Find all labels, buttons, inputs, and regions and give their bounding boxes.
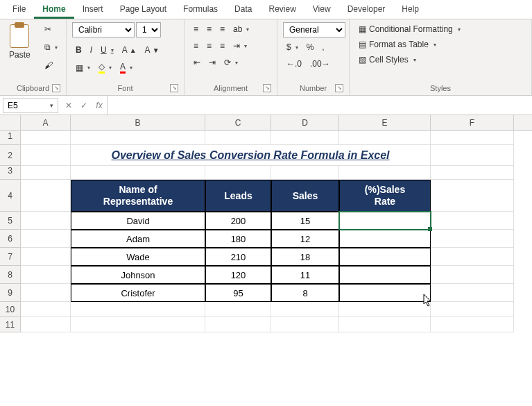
cell-f10[interactable] bbox=[431, 302, 514, 317]
cell-e5-selected[interactable] bbox=[339, 212, 431, 230]
enter-formula-button[interactable]: ✓ bbox=[76, 101, 92, 110]
cell-c10[interactable] bbox=[205, 302, 271, 317]
cell-e11[interactable] bbox=[339, 317, 431, 332]
row-header-9[interactable]: 9 bbox=[0, 284, 21, 302]
cell-d3[interactable] bbox=[271, 166, 339, 180]
cell-d1[interactable] bbox=[271, 131, 339, 145]
cell-b7[interactable]: Wade bbox=[71, 248, 205, 266]
tab-home[interactable]: Home bbox=[34, 0, 74, 19]
cell-d8[interactable]: 11 bbox=[271, 266, 339, 284]
formula-input[interactable] bbox=[107, 96, 532, 115]
cell-a5[interactable] bbox=[21, 212, 71, 230]
cell-c5[interactable]: 200 bbox=[205, 212, 271, 230]
row-header-4[interactable]: 4 bbox=[0, 180, 21, 212]
paste-button[interactable]: Paste bbox=[6, 22, 34, 64]
col-header-e[interactable]: E bbox=[339, 115, 431, 130]
font-size-select[interactable]: 11 bbox=[136, 22, 161, 37]
cell-a2[interactable] bbox=[21, 145, 71, 166]
cell-f3[interactable] bbox=[431, 166, 514, 180]
wrap-text-button[interactable]: ab bbox=[230, 22, 252, 36]
name-box[interactable]: E5 bbox=[3, 98, 58, 113]
cell-c8[interactable]: 120 bbox=[205, 266, 271, 284]
cell-styles-button[interactable]: ▧Cell Styles bbox=[355, 53, 420, 67]
cell-f1[interactable] bbox=[431, 131, 514, 145]
decrease-font-button[interactable]: A▼ bbox=[141, 43, 163, 57]
cell-a8[interactable] bbox=[21, 266, 71, 284]
cell-e7[interactable] bbox=[339, 248, 431, 266]
cell-f8[interactable] bbox=[431, 266, 514, 284]
cell-b8[interactable]: Johnson bbox=[71, 266, 205, 284]
col-header-b[interactable]: B bbox=[71, 115, 205, 130]
cell-a6[interactable] bbox=[21, 230, 71, 248]
cell-e1[interactable] bbox=[339, 131, 431, 145]
col-header-c[interactable]: C bbox=[205, 115, 271, 130]
row-header-1[interactable]: 1 bbox=[0, 131, 21, 145]
copy-button[interactable]: ⧉ bbox=[41, 40, 61, 54]
number-format-select[interactable]: General bbox=[283, 22, 345, 37]
cell-f6[interactable] bbox=[431, 230, 514, 248]
decrease-decimal-button[interactable]: .00→ bbox=[307, 57, 334, 71]
tab-review[interactable]: Review bbox=[260, 0, 304, 19]
cell-a1[interactable] bbox=[21, 131, 71, 145]
cell-f5[interactable] bbox=[431, 212, 514, 230]
cell-f7[interactable] bbox=[431, 248, 514, 266]
underline-button[interactable]: U bbox=[97, 43, 117, 57]
tab-file[interactable]: File bbox=[4, 0, 34, 19]
tab-developer[interactable]: Developer bbox=[339, 0, 394, 19]
cell-d10[interactable] bbox=[271, 302, 339, 317]
tab-formulas[interactable]: Formulas bbox=[175, 0, 226, 19]
worksheet-grid[interactable]: A B C D E F 1 2 Overview of Sales Conver… bbox=[0, 115, 532, 332]
cell-b11[interactable] bbox=[71, 317, 205, 332]
cell-d7[interactable]: 18 bbox=[271, 248, 339, 266]
align-left-button[interactable]: ≡ bbox=[190, 39, 202, 53]
cancel-formula-button[interactable]: ✕ bbox=[61, 101, 76, 110]
cell-c1[interactable] bbox=[205, 131, 271, 145]
row-header-10[interactable]: 10 bbox=[0, 302, 21, 317]
header-leads[interactable]: Leads bbox=[205, 180, 271, 212]
cell-d9[interactable]: 8 bbox=[271, 284, 339, 302]
cell-e3[interactable] bbox=[339, 166, 431, 180]
cell-a4[interactable] bbox=[21, 180, 71, 212]
increase-font-button[interactable]: A▲ bbox=[119, 43, 140, 57]
align-right-button[interactable]: ≡ bbox=[216, 39, 228, 53]
format-as-table-button[interactable]: ▤Format as Table bbox=[355, 37, 440, 51]
cell-e10[interactable] bbox=[339, 302, 431, 317]
align-center-button[interactable]: ≡ bbox=[203, 39, 215, 53]
row-header-11[interactable]: 11 bbox=[0, 317, 21, 332]
increase-decimal-button[interactable]: ←.0 bbox=[283, 57, 305, 71]
header-sales[interactable]: Sales bbox=[271, 180, 339, 212]
tab-view[interactable]: View bbox=[304, 0, 339, 19]
comma-button[interactable]: , bbox=[318, 40, 327, 54]
align-bottom-button[interactable]: ≡ bbox=[216, 22, 228, 36]
header-rate[interactable]: (%)Sales Rate bbox=[339, 180, 431, 212]
bold-button[interactable]: B bbox=[72, 43, 85, 57]
align-top-button[interactable]: ≡ bbox=[190, 22, 202, 36]
cell-f2[interactable] bbox=[431, 145, 514, 166]
alignment-launcher[interactable]: ↘ bbox=[263, 84, 271, 92]
font-name-select[interactable]: Calibri bbox=[72, 22, 135, 37]
tab-insert[interactable]: Insert bbox=[74, 0, 112, 19]
tab-page-layout[interactable]: Page Layout bbox=[112, 0, 175, 19]
col-header-f[interactable]: F bbox=[431, 115, 514, 130]
col-header-a[interactable]: A bbox=[21, 115, 71, 130]
borders-button[interactable]: ▦ bbox=[72, 61, 94, 75]
conditional-formatting-button[interactable]: ▦Conditional Formatting bbox=[355, 22, 464, 36]
cell-c6[interactable]: 180 bbox=[205, 230, 271, 248]
row-header-5[interactable]: 5 bbox=[0, 212, 21, 230]
cell-b10[interactable] bbox=[71, 302, 205, 317]
cell-a7[interactable] bbox=[21, 248, 71, 266]
increase-indent-button[interactable]: ⇥ bbox=[205, 56, 219, 69]
header-name[interactable]: Name of Representative bbox=[71, 180, 205, 212]
orientation-button[interactable]: ⟳ bbox=[221, 56, 241, 69]
fill-color-button[interactable]: ◇ bbox=[95, 60, 115, 76]
cell-d11[interactable] bbox=[271, 317, 339, 332]
percent-button[interactable]: % bbox=[303, 40, 318, 54]
row-header-2[interactable]: 2 bbox=[0, 145, 21, 166]
row-header-6[interactable]: 6 bbox=[0, 230, 21, 248]
clipboard-launcher[interactable]: ↘ bbox=[52, 84, 60, 92]
cell-a11[interactable] bbox=[21, 317, 71, 332]
cell-b3[interactable] bbox=[71, 166, 205, 180]
cell-f4[interactable] bbox=[431, 180, 514, 212]
decrease-indent-button[interactable]: ⇤ bbox=[190, 56, 204, 69]
currency-button[interactable]: $ bbox=[283, 40, 302, 54]
